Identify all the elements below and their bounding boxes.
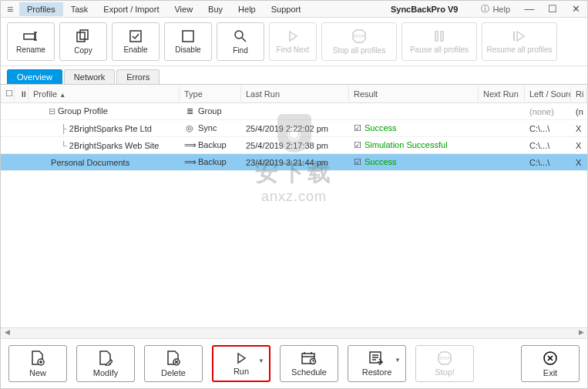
stop-all-button: STOPStop all profiles xyxy=(321,22,397,61)
left-cell: (none) xyxy=(525,105,571,119)
copy-button[interactable]: Copy xyxy=(59,22,107,61)
table-row[interactable]: ├ 2BrightSparks Pte Ltd◎Sync25/4/2019 2:… xyxy=(1,120,587,137)
header-pause-icon[interactable]: ⏸ xyxy=(15,86,29,102)
tab-network[interactable]: Network xyxy=(64,69,115,84)
header-lastrun[interactable]: Last Run xyxy=(241,86,349,102)
copy-icon xyxy=(76,29,90,43)
schedule-button[interactable]: Schedule xyxy=(280,345,338,382)
app-title: SyncBackPro V9 xyxy=(391,5,473,14)
ri-cell: X xyxy=(571,122,586,136)
nextrun-cell xyxy=(479,160,525,165)
grid-header: ☐ ⏸ Profile ▲ Type Last Run Result Next … xyxy=(1,85,587,103)
doc-edit-icon xyxy=(99,350,113,366)
header-left[interactable]: Left / Source xyxy=(525,86,571,102)
rename-button[interactable]: Rename xyxy=(7,22,55,61)
list-icon: ≣ xyxy=(184,106,195,116)
nextrun-cell xyxy=(479,109,525,114)
pause-all-button: Pause all profiles xyxy=(402,22,477,61)
tabs: OverviewNetworkErrors xyxy=(1,66,587,85)
hamburger-icon[interactable]: ≡ xyxy=(1,3,19,15)
restore-icon xyxy=(369,351,385,365)
modify-button[interactable]: Modify xyxy=(76,345,135,382)
tab-overview[interactable]: Overview xyxy=(7,69,62,84)
ri-cell: X xyxy=(571,156,586,169)
new-button[interactable]: New xyxy=(8,345,67,382)
profile-cell: Personal Documents xyxy=(29,156,180,169)
table-row[interactable]: └ 2BrightSparks Web Site⟹Backup25/4/2019… xyxy=(1,137,587,154)
svg-rect-4 xyxy=(183,31,193,42)
maximize-button[interactable]: ☐ xyxy=(541,3,564,15)
checkbox-icon xyxy=(129,30,142,42)
help-icon: ⓘ xyxy=(481,3,489,15)
scroll-right-icon[interactable]: ▶ xyxy=(575,328,587,338)
svg-rect-3 xyxy=(130,31,141,42)
close-circle-icon xyxy=(543,350,558,366)
header-ri[interactable]: Ri xyxy=(571,86,586,102)
svg-point-5 xyxy=(235,31,243,39)
result-cell: ☑Simulation Successful xyxy=(349,138,479,153)
menu-task[interactable]: Task xyxy=(63,2,96,16)
menu-help[interactable]: Help xyxy=(230,2,264,16)
ri-cell: X xyxy=(571,139,586,153)
header-checkbox[interactable]: ☐ xyxy=(1,86,15,102)
svg-rect-7 xyxy=(435,32,438,41)
type-cell: ≣Group xyxy=(180,104,241,119)
header-nextrun[interactable]: Next Run xyxy=(479,86,525,102)
result-cell: ☑Success xyxy=(349,121,479,136)
toolbar: RenameCopyEnableDisableFindFind NextSTOP… xyxy=(1,18,587,66)
arrow-icon: ⟹ xyxy=(184,157,195,167)
help-link[interactable]: ⓘ Help xyxy=(473,3,518,15)
caret-down-icon: ▼ xyxy=(395,357,401,364)
header-type[interactable]: Type xyxy=(180,86,241,102)
svg-rect-8 xyxy=(441,32,443,41)
type-cell: ⟹Backup xyxy=(180,155,241,169)
horizontal-scrollbar[interactable]: ◀ ▶ xyxy=(1,327,587,338)
delete-button[interactable]: Delete xyxy=(144,345,203,382)
calendar-icon xyxy=(301,351,317,365)
doc-plus-icon xyxy=(31,350,45,366)
menu-export-import[interactable]: Export / Import xyxy=(96,2,166,16)
resume-icon xyxy=(512,30,526,42)
minimize-button[interactable]: — xyxy=(518,3,541,15)
find-next-button: Find Next xyxy=(269,22,317,61)
run-button[interactable]: Run▼ xyxy=(212,345,270,382)
exit-button[interactable]: Exit xyxy=(521,345,580,382)
svg-rect-1 xyxy=(77,32,85,42)
left-cell: C:\...\ xyxy=(525,122,571,136)
enable-button[interactable]: Enable xyxy=(112,22,160,61)
menu-profiles[interactable]: Profiles xyxy=(19,2,63,16)
svg-rect-0 xyxy=(24,34,35,39)
play-icon xyxy=(235,352,247,364)
lastrun-cell xyxy=(241,109,349,114)
table-row[interactable]: Personal Documents⟹Backup23/4/2019 3:21:… xyxy=(1,154,587,171)
doc-x-icon xyxy=(166,350,180,366)
tab-errors[interactable]: Errors xyxy=(116,69,160,84)
search-icon xyxy=(234,29,247,43)
resume-all-button: Resume all profiles xyxy=(482,22,557,61)
close-button[interactable]: ✕ xyxy=(564,3,587,15)
result-cell xyxy=(349,109,479,114)
find-button[interactable]: Find xyxy=(217,22,264,61)
bottom-bar: NewModifyDeleteRun▼ScheduleRestore▼STOPS… xyxy=(1,338,587,388)
nextrun-cell xyxy=(479,143,525,148)
profile-cell: ├ 2BrightSparks Pte Ltd xyxy=(29,122,180,136)
svg-text:STOP: STOP xyxy=(439,356,450,360)
header-result[interactable]: Result xyxy=(349,86,479,102)
menu-view[interactable]: View xyxy=(166,2,200,16)
header-profile[interactable]: Profile ▲ xyxy=(29,86,180,102)
type-cell: ⟹Backup xyxy=(180,138,241,153)
table-row[interactable]: ⊟ Group Profile≣Group(none)(n xyxy=(1,103,587,120)
scroll-left-icon[interactable]: ◀ xyxy=(1,328,13,338)
play-icon xyxy=(287,30,299,42)
profile-cell: └ 2BrightSparks Web Site xyxy=(29,139,180,153)
svg-rect-9 xyxy=(513,32,515,41)
titlebar: ≡ ProfilesTaskExport / ImportViewBuyHelp… xyxy=(1,1,587,18)
disable-button[interactable]: Disable xyxy=(164,22,212,61)
nextrun-cell xyxy=(479,126,525,131)
menu-buy[interactable]: Buy xyxy=(200,2,230,16)
menu-support[interactable]: Support xyxy=(264,2,309,16)
caret-down-icon: ▼ xyxy=(258,357,264,364)
restore-button[interactable]: Restore▼ xyxy=(348,345,406,382)
square-icon xyxy=(182,30,194,42)
stop-button: STOPStop! xyxy=(415,345,474,382)
